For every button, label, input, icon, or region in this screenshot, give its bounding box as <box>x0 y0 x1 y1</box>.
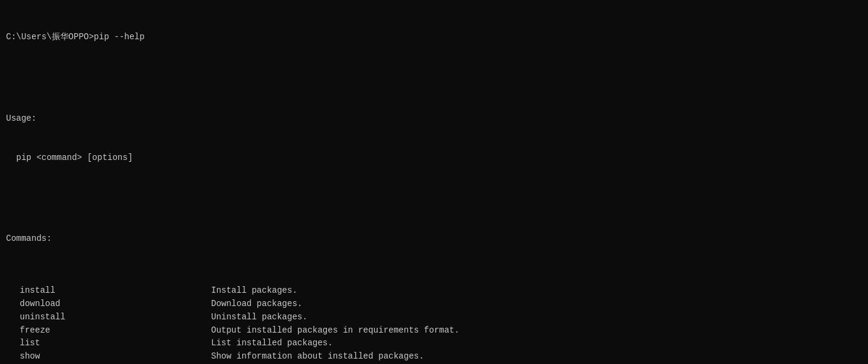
command-name: download <box>6 298 211 311</box>
table-row: downloadDownload packages. <box>6 298 862 311</box>
command-name: list <box>6 337 211 350</box>
terminal-window: C:\Users\振华OPPO>pip --help Usage: pip <c… <box>6 5 862 364</box>
table-row: installInstall packages. <box>6 284 862 298</box>
table-row: uninstallUninstall packages. <box>6 311 862 324</box>
command-name: install <box>6 284 211 298</box>
table-row: listList installed packages. <box>6 337 862 350</box>
command-desc: Download packages. <box>211 298 302 311</box>
prompt-line: C:\Users\振华OPPO>pip --help <box>6 31 862 44</box>
command-name: uninstall <box>6 311 211 324</box>
command-desc: Output installed packages in requirement… <box>211 324 460 337</box>
command-desc: List installed packages. <box>211 337 333 350</box>
command-desc: Install packages. <box>211 284 297 298</box>
table-row: showShow information about installed pac… <box>6 350 862 363</box>
command-name: show <box>6 350 211 363</box>
command-desc: Show information about installed package… <box>211 350 424 363</box>
usage-command: pip <command> [options] <box>6 152 862 165</box>
blank-line-2 <box>6 191 862 204</box>
commands-header: Commands: <box>6 232 862 246</box>
commands-list: installInstall packages. downloadDownloa… <box>6 284 862 364</box>
table-row: freezeOutput installed packages in requi… <box>6 324 862 337</box>
command-desc: Uninstall packages. <box>211 311 308 324</box>
blank-line-1 <box>6 70 862 83</box>
command-name: freeze <box>6 324 211 337</box>
usage-label: Usage: <box>6 112 862 126</box>
